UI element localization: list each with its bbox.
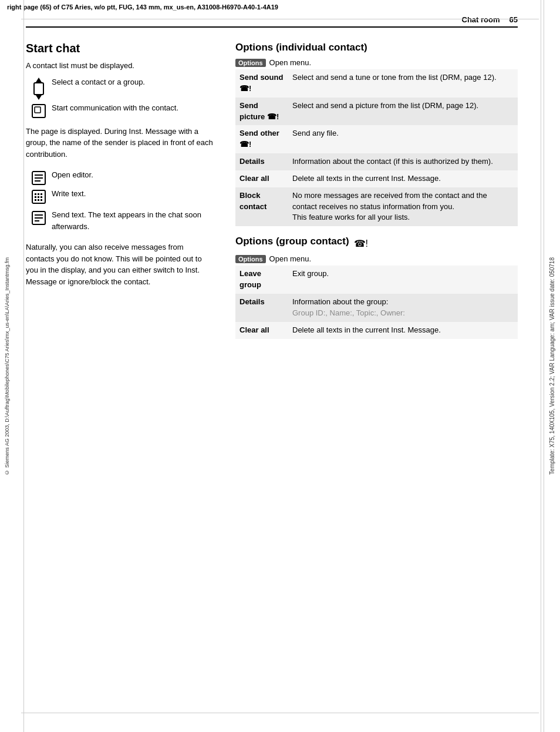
group-options-table: Leave groupExit group.DetailsInformation… [235, 266, 518, 338]
editor-icon [26, 169, 52, 186]
individual-row-value: No more messages are received from the c… [288, 187, 518, 227]
svg-rect-20 [35, 214, 43, 216]
icon-row-write: Write text. [26, 188, 214, 204]
individual-options-header: Options Open menu. [235, 58, 518, 67]
editor-svg [31, 170, 46, 186]
page-number: 65 [510, 15, 518, 24]
individual-row-value: Send any file. [288, 125, 518, 153]
section-name: Chat room [462, 15, 500, 24]
individual-row-key: Send sound ☎! [235, 69, 288, 98]
left-margin-rule [23, 0, 24, 732]
svg-rect-17 [38, 199, 39, 201]
svg-rect-1 [34, 83, 43, 95]
select-contact-text: Select a contact or a group. [52, 76, 214, 88]
individual-row-key: Clear all [235, 170, 288, 187]
individual-row-key: Block contact [235, 187, 288, 227]
svg-rect-12 [41, 193, 42, 195]
start-comm-text: Start communication with the contact. [52, 102, 214, 114]
keyboard-icon [26, 188, 52, 204]
group-table-row: Leave groupExit group. [235, 266, 518, 294]
group-row-value: Information about the group:Group ID:, N… [288, 294, 518, 322]
top-rule [21, 19, 539, 19]
keyboard-svg [31, 189, 46, 204]
comm-icon [26, 102, 52, 119]
meta-bar: right page (65) of C75 Aries, w/o ptt, F… [0, 0, 560, 12]
group-icon: ☎! [354, 238, 368, 249]
send-svg [31, 210, 46, 226]
group-row-value: Delete all texts in the current Inst. Me… [288, 322, 518, 339]
svg-rect-13 [35, 196, 36, 198]
svg-rect-4 [35, 107, 41, 113]
individual-row-value: Select and send a tune or tone from the … [288, 69, 518, 98]
individual-table-row: Send other ☎!Send any file. [235, 125, 518, 153]
send-icon [26, 209, 52, 226]
para3: Naturally, you can also receive messages… [26, 241, 214, 287]
individual-table-row: Send sound ☎!Select and send a tune or t… [235, 69, 518, 98]
group-options-title: Options (group contact) [235, 236, 349, 247]
options-badge-individual: Options [235, 59, 266, 67]
bottom-rule [21, 713, 539, 713]
individual-row-value: Delete all texts in the current Inst. Me… [288, 170, 518, 187]
individual-options-table: Send sound ☎!Select and send a tune or t… [235, 69, 518, 226]
copyright-sidebar: © Siemens AG 2003, D:\Auftrag\Mobilephon… [0, 0, 14, 732]
group-row-key: Details [235, 294, 288, 322]
start-chat-title: Start chat [26, 42, 214, 55]
svg-marker-2 [36, 95, 42, 100]
icon-row-select-contact: Select a contact or a group. [26, 76, 214, 100]
svg-rect-22 [35, 220, 39, 221]
icon-row-editor: Open editor. [26, 169, 214, 186]
para1: A contact list must be displayed. [26, 60, 214, 72]
svg-rect-6 [35, 174, 43, 176]
template-sidebar: Template: X75, 140X105, Version 2.2; VAR… [544, 0, 560, 732]
para2: The page is displayed. During Inst. Mess… [26, 126, 214, 160]
svg-rect-21 [35, 217, 43, 219]
individual-row-value: Information about the contact (if this i… [288, 153, 518, 170]
phone-arrows-svg [31, 78, 46, 100]
phone-arrow-icon [26, 76, 52, 100]
send-text-text: Send text. The text appears in the chat … [52, 209, 214, 232]
right-margin-rule [541, 0, 541, 732]
icon-row-start-comm: Start communication with the contact. [26, 102, 214, 119]
open-editor-text: Open editor. [52, 169, 214, 181]
svg-rect-18 [41, 199, 42, 201]
left-column: Start chat A contact list must be displa… [26, 36, 225, 348]
individual-table-row: Block contactNo more messages are receiv… [235, 187, 518, 227]
individual-table-row: Clear allDelete all texts in the current… [235, 170, 518, 187]
group-row-value: Exit group. [288, 266, 518, 294]
svg-rect-10 [35, 193, 36, 195]
individual-row-value: Select and send a picture from the list … [288, 98, 518, 126]
svg-rect-11 [38, 193, 39, 195]
group-table-row: Clear allDelete all texts in the current… [235, 322, 518, 339]
group-options-header: Options Open menu. [235, 254, 518, 263]
write-text-text: Write text. [52, 188, 214, 200]
svg-rect-7 [35, 177, 43, 179]
svg-rect-15 [41, 196, 42, 198]
svg-rect-14 [38, 196, 39, 198]
open-menu-text: Open menu. [269, 58, 312, 67]
options-badge-group: Options [235, 255, 266, 263]
column-divider [230, 36, 231, 348]
icon-row-send: Send text. The text appears in the chat … [26, 209, 214, 232]
individual-table-row: Send picture ☎!Select and send a picture… [235, 98, 518, 126]
svg-rect-8 [35, 180, 41, 182]
right-column: Options (individual contact) Options Ope… [235, 36, 518, 348]
group-table-row: DetailsInformation about the group:Group… [235, 294, 518, 322]
group-options-title-row: Options (group contact) ☎! [235, 236, 518, 251]
individual-row-key: Details [235, 153, 288, 170]
comm-svg [31, 103, 46, 119]
individual-table-row: DetailsInformation about the contact (if… [235, 153, 518, 170]
svg-rect-16 [35, 199, 36, 201]
svg-marker-0 [36, 78, 42, 82]
individual-options-title: Options (individual contact) [235, 42, 518, 53]
group-row-key: Clear all [235, 322, 288, 339]
group-row-key: Leave group [235, 266, 288, 294]
individual-row-key: Send other ☎! [235, 125, 288, 153]
page-header: Chat room 65 [26, 15, 518, 28]
individual-row-key: Send picture ☎! [235, 98, 288, 126]
open-menu-group-text: Open menu. [269, 254, 312, 263]
